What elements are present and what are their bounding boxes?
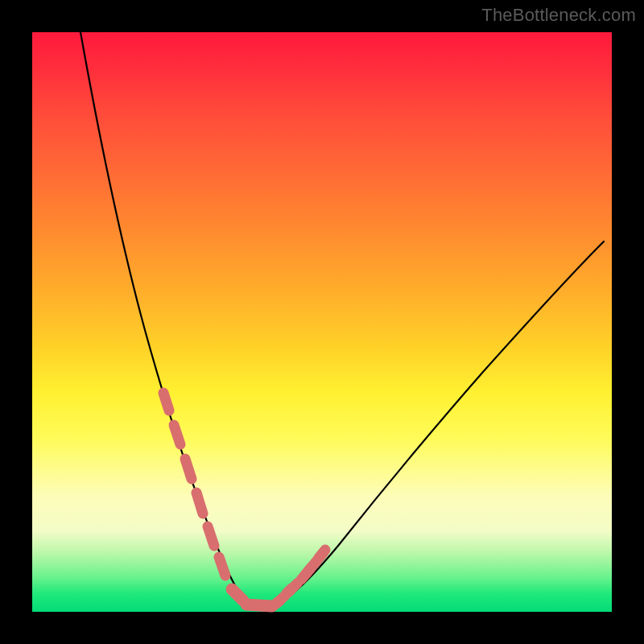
svg-line-12 bbox=[287, 588, 291, 593]
plot-area bbox=[32, 32, 612, 612]
svg-line-1 bbox=[174, 425, 180, 444]
curve-svg bbox=[32, 32, 612, 612]
bottleneck-curve bbox=[80, 32, 604, 609]
svg-line-3 bbox=[196, 493, 203, 514]
svg-line-14 bbox=[319, 550, 325, 558]
svg-line-5 bbox=[219, 557, 225, 576]
right-branch-dashes bbox=[274, 550, 325, 605]
left-branch-dashes bbox=[163, 393, 225, 576]
watermark-text: TheBottleneck.com bbox=[481, 5, 636, 26]
valley-dash bbox=[232, 589, 272, 606]
svg-line-7 bbox=[246, 605, 272, 606]
svg-line-13 bbox=[306, 566, 312, 574]
svg-line-2 bbox=[185, 459, 192, 479]
chart-frame: TheBottleneck.com bbox=[0, 0, 644, 644]
svg-line-15 bbox=[274, 601, 280, 605]
svg-line-6 bbox=[232, 589, 243, 601]
svg-line-0 bbox=[163, 393, 169, 411]
svg-line-4 bbox=[208, 526, 214, 546]
